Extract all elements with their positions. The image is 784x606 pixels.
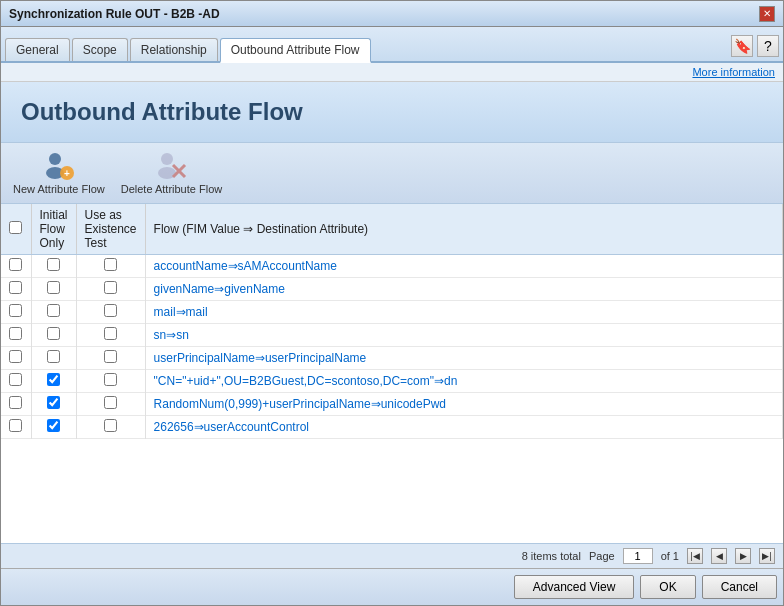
initial-flow-cell xyxy=(31,370,76,393)
advanced-view-button[interactable]: Advanced View xyxy=(514,575,635,599)
initial-flow-cell xyxy=(31,324,76,347)
header-existence-test: Use as Existence Test xyxy=(76,204,145,255)
flow-link[interactable]: sn⇒sn xyxy=(154,328,189,342)
tab-relationship[interactable]: Relationship xyxy=(130,38,218,61)
existence-test-checkbox[interactable] xyxy=(104,419,117,432)
table-section: Initial Flow Only Use as Existence Test … xyxy=(1,204,783,543)
table-row: accountName⇒sAMAccountName xyxy=(1,255,783,278)
new-attribute-flow-label: New Attribute Flow xyxy=(13,183,105,195)
row-select-checkbox[interactable] xyxy=(9,396,22,409)
header-initial-flow: Initial Flow Only xyxy=(31,204,76,255)
header-select-all xyxy=(1,204,31,255)
initial-flow-cell xyxy=(31,255,76,278)
initial-flow-checkbox[interactable] xyxy=(47,258,60,271)
tab-general[interactable]: General xyxy=(5,38,70,61)
status-bar: 8 items total Page of 1 |◀ ◀ ▶ ▶| xyxy=(1,543,783,568)
flow-value-cell: accountName⇒sAMAccountName xyxy=(145,255,782,278)
initial-flow-checkbox[interactable] xyxy=(47,350,60,363)
initial-flow-checkbox[interactable] xyxy=(47,327,60,340)
flow-value-cell: RandomNum(0,999)+userPrincipalName⇒unico… xyxy=(145,393,782,416)
row-select-cell xyxy=(1,278,31,301)
existence-test-checkbox[interactable] xyxy=(104,396,117,409)
flow-link[interactable]: givenName⇒givenName xyxy=(154,282,285,296)
first-page-button[interactable]: |◀ xyxy=(687,548,703,564)
delete-attribute-flow-button[interactable]: Delete Attribute Flow xyxy=(121,151,223,195)
existence-test-checkbox[interactable] xyxy=(104,373,117,386)
toolbar: + New Attribute Flow Delete Attr xyxy=(1,143,783,204)
attribute-flow-table: Initial Flow Only Use as Existence Test … xyxy=(1,204,783,439)
page-number-input[interactable] xyxy=(623,548,653,564)
more-info-link[interactable]: More information xyxy=(692,66,775,78)
flow-value-cell: "CN="+uid+",OU=B2BGuest,DC=scontoso,DC=c… xyxy=(145,370,782,393)
row-select-checkbox[interactable] xyxy=(9,304,22,317)
table-row: "CN="+uid+",OU=B2BGuest,DC=scontoso,DC=c… xyxy=(1,370,783,393)
initial-flow-cell xyxy=(31,278,76,301)
initial-flow-cell xyxy=(31,347,76,370)
tab-scope[interactable]: Scope xyxy=(72,38,128,61)
row-select-checkbox[interactable] xyxy=(9,258,22,271)
initial-flow-checkbox[interactable] xyxy=(47,396,60,409)
tab-outbound[interactable]: Outbound Attribute Flow xyxy=(220,38,371,63)
table-row: RandomNum(0,999)+userPrincipalName⇒unico… xyxy=(1,393,783,416)
existence-test-cell xyxy=(76,416,145,439)
bookmark-icon: 🔖 xyxy=(734,38,751,54)
existence-test-checkbox[interactable] xyxy=(104,327,117,340)
flow-link[interactable]: accountName⇒sAMAccountName xyxy=(154,259,337,273)
existence-test-cell xyxy=(76,278,145,301)
ok-button[interactable]: OK xyxy=(640,575,695,599)
initial-flow-cell xyxy=(31,416,76,439)
flow-value-cell: 262656⇒userAccountControl xyxy=(145,416,782,439)
table-row: 262656⇒userAccountControl xyxy=(1,416,783,439)
table-row: givenName⇒givenName xyxy=(1,278,783,301)
row-select-cell xyxy=(1,301,31,324)
initial-flow-checkbox[interactable] xyxy=(47,281,60,294)
header-flow: Flow (FIM Value ⇒ Destination Attribute) xyxy=(145,204,782,255)
delete-attribute-flow-label: Delete Attribute Flow xyxy=(121,183,223,195)
svg-text:+: + xyxy=(64,168,70,179)
initial-flow-cell xyxy=(31,301,76,324)
row-select-checkbox[interactable] xyxy=(9,419,22,432)
new-attribute-flow-button[interactable]: + New Attribute Flow xyxy=(13,151,105,195)
next-page-button[interactable]: ▶ xyxy=(735,548,751,564)
row-select-checkbox[interactable] xyxy=(9,373,22,386)
row-select-cell xyxy=(1,416,31,439)
footer: Advanced View OK Cancel xyxy=(1,568,783,605)
cancel-button[interactable]: Cancel xyxy=(702,575,777,599)
row-select-checkbox[interactable] xyxy=(9,281,22,294)
existence-test-checkbox[interactable] xyxy=(104,350,117,363)
window-title: Synchronization Rule OUT - B2B -AD xyxy=(9,7,220,21)
items-total: 8 items total xyxy=(522,550,581,562)
existence-test-checkbox[interactable] xyxy=(104,304,117,317)
close-button[interactable]: ✕ xyxy=(759,6,775,22)
flow-link[interactable]: userPrincipalName⇒userPrincipalName xyxy=(154,351,367,365)
help-icon-button[interactable]: ? xyxy=(757,35,779,57)
existence-test-cell xyxy=(76,255,145,278)
delete-attribute-flow-icon xyxy=(155,151,187,183)
flow-value-cell: userPrincipalName⇒userPrincipalName xyxy=(145,347,782,370)
page-of-label: of 1 xyxy=(661,550,679,562)
row-select-cell xyxy=(1,324,31,347)
flow-value-cell: givenName⇒givenName xyxy=(145,278,782,301)
existence-test-checkbox[interactable] xyxy=(104,281,117,294)
flow-link[interactable]: 262656⇒userAccountControl xyxy=(154,420,309,434)
prev-page-button[interactable]: ◀ xyxy=(711,548,727,564)
content-area: Outbound Attribute Flow + New Attribute … xyxy=(1,82,783,568)
svg-point-4 xyxy=(161,153,173,165)
row-select-checkbox[interactable] xyxy=(9,327,22,340)
select-all-checkbox[interactable] xyxy=(9,221,22,234)
flow-value-cell: mail⇒mail xyxy=(145,301,782,324)
flow-link[interactable]: "CN="+uid+",OU=B2BGuest,DC=scontoso,DC=c… xyxy=(154,374,458,388)
initial-flow-checkbox[interactable] xyxy=(47,304,60,317)
existence-test-checkbox[interactable] xyxy=(104,258,117,271)
row-select-cell xyxy=(1,347,31,370)
bookmark-icon-button[interactable]: 🔖 xyxy=(731,35,753,57)
tab-bar: General Scope Relationship Outbound Attr… xyxy=(1,27,783,63)
initial-flow-checkbox[interactable] xyxy=(47,419,60,432)
initial-flow-checkbox[interactable] xyxy=(47,373,60,386)
flow-link[interactable]: RandomNum(0,999)+userPrincipalName⇒unico… xyxy=(154,397,446,411)
flow-value-cell: sn⇒sn xyxy=(145,324,782,347)
last-page-button[interactable]: ▶| xyxy=(759,548,775,564)
title-bar: Synchronization Rule OUT - B2B -AD ✕ xyxy=(1,1,783,27)
row-select-checkbox[interactable] xyxy=(9,350,22,363)
flow-link[interactable]: mail⇒mail xyxy=(154,305,208,319)
